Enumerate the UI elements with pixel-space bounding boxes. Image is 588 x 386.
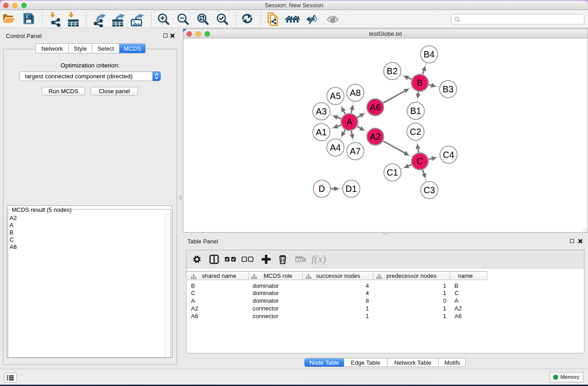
svg-text:C2: C2 [410,127,421,137]
svg-text:A5: A5 [330,91,341,101]
svg-text:D1: D1 [345,184,357,194]
svg-text:B1: B1 [410,106,421,116]
svg-text:A: A [346,117,352,127]
svg-text:C4: C4 [443,150,454,160]
svg-text:B2: B2 [387,66,398,76]
svg-text:A3: A3 [316,106,327,116]
svg-text:A4: A4 [330,143,341,152]
svg-text:A6: A6 [370,102,381,112]
svg-text:B4: B4 [424,49,435,59]
svg-text:C3: C3 [424,185,435,195]
svg-text:C1: C1 [387,167,398,177]
svg-text:A2: A2 [370,132,381,142]
svg-text:D: D [319,184,325,194]
svg-text:A7: A7 [350,146,361,156]
svg-text:A8: A8 [350,88,361,98]
svg-text:C: C [416,156,423,166]
svg-text:B: B [417,78,423,88]
svg-text:A1: A1 [316,127,327,137]
svg-text:B3: B3 [443,84,454,94]
